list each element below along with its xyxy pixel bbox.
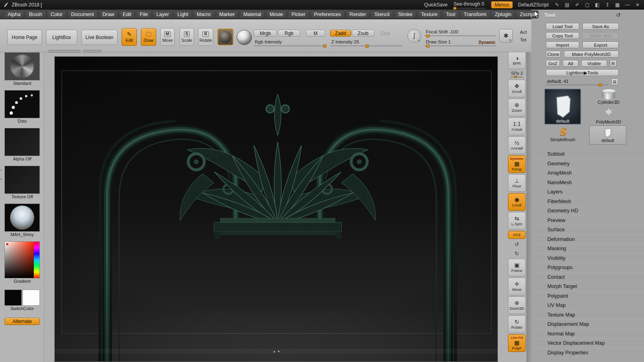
hue-strip[interactable] xyxy=(34,242,39,278)
tray-resize-handle[interactable] xyxy=(83,50,101,53)
tool-section-row[interactable]: Visibility xyxy=(531,254,644,263)
spix-slider[interactable]: SPix 3 xyxy=(508,70,526,78)
tool-section-row[interactable]: Polypaint xyxy=(531,292,644,301)
tool-section-row[interactable]: Normal Map xyxy=(531,329,644,339)
current-texture-thumbnail[interactable] xyxy=(4,166,40,194)
restore-config-icon[interactable]: ↺ xyxy=(616,12,621,18)
goz-all-button[interactable]: All xyxy=(563,60,578,67)
see-through-slider[interactable]: See-through 0 xyxy=(453,1,486,8)
tool-section-row[interactable]: Vector Displacement Map xyxy=(531,339,644,348)
minimize-icon[interactable]: — xyxy=(624,2,631,8)
grid-icon[interactable]: ▦ xyxy=(614,2,621,8)
goz-visible-button[interactable]: Visible xyxy=(581,60,607,67)
material-preview-sphere[interactable] xyxy=(237,30,252,45)
quicksave-button[interactable]: QuickSave xyxy=(424,2,448,8)
tool-section-row[interactable]: ArrayMesh xyxy=(531,169,644,178)
mrgb-button[interactable]: Mrgb xyxy=(254,30,277,37)
tool-panel-header[interactable]: Tool ↺ xyxy=(531,10,644,21)
menu-item[interactable]: Color xyxy=(47,10,66,19)
rgb-button[interactable]: Rgb xyxy=(278,30,300,37)
tray-collapse-icon[interactable]: « xyxy=(0,177,2,181)
right-shelf-button[interactable]: ◉ Local xyxy=(508,193,526,211)
sculpt-viewport[interactable] xyxy=(55,57,497,362)
alpha-picker-button[interactable]: ✱ D xyxy=(499,29,513,43)
menu-item[interactable]: Light xyxy=(174,10,192,19)
right-shelf-button[interactable]: XYZ xyxy=(508,231,526,239)
slider-r-button[interactable]: R xyxy=(611,78,618,85)
right-shelf-button[interactable]: Dynamic ▦ Persp xyxy=(508,155,526,173)
scroll-up-icon[interactable]: ▲ xyxy=(273,350,276,353)
rgb-intensity-handle[interactable] xyxy=(323,45,326,47)
current-material-thumbnail[interactable] xyxy=(4,204,40,232)
stroke-picker-button[interactable]: ∫ s xyxy=(407,29,421,43)
save-as-button[interactable]: Save As xyxy=(582,23,619,30)
tool-section-row[interactable]: Deformation xyxy=(531,235,644,245)
menu-item[interactable]: Texture xyxy=(417,10,441,19)
active-tool-thumbnail[interactable]: default xyxy=(544,88,581,125)
right-shelf-button[interactable]: ▣ Frame xyxy=(508,259,526,276)
make-polymesh3d-button[interactable]: Make PolyMesh3D xyxy=(564,51,619,58)
focal-shift-slider[interactable]: Focal Shift -100 xyxy=(425,29,496,36)
right-shelf-button[interactable]: ½ AAHalf xyxy=(508,136,526,154)
rgb-intensity-slider[interactable]: Rgb Intensity xyxy=(254,39,326,46)
tray-collapse-icon[interactable]: » xyxy=(0,168,2,172)
m-button[interactable]: M xyxy=(306,30,325,37)
menu-item[interactable]: Render xyxy=(346,10,369,19)
edit-button[interactable]: ✎ Edit xyxy=(122,28,137,46)
tool-section-row[interactable]: Subtool xyxy=(531,150,644,159)
focal-shift-handle[interactable] xyxy=(426,35,429,37)
default-tool-slot[interactable]: default xyxy=(589,125,626,145)
menu-item[interactable]: Picker xyxy=(288,10,309,19)
menu-item[interactable]: Alpha xyxy=(4,10,24,19)
menu-item[interactable]: Material xyxy=(239,10,264,19)
right-shelf-button[interactable]: ⊕ Zoom xyxy=(508,99,526,116)
default-zscript-button[interactable]: DefaultZScript xyxy=(518,2,549,8)
right-shelf-button[interactable]: ✛ Move xyxy=(508,278,526,295)
scale-button[interactable]: S Scale xyxy=(180,28,194,46)
right-shelf-button[interactable]: ↻ Rotate xyxy=(508,315,526,333)
tool-section-row[interactable]: Surface xyxy=(531,225,644,235)
close-icon[interactable]: ✕ xyxy=(634,2,641,8)
upload-icon[interactable]: ↥ xyxy=(604,2,611,8)
right-shelf-button[interactable]: ⊕ Zoom3D xyxy=(508,296,526,314)
tool-section-row[interactable]: Geometry xyxy=(531,159,644,169)
zcut-button[interactable]: Zcut xyxy=(377,30,394,37)
current-alpha-thumbnail[interactable] xyxy=(4,128,40,156)
spix-track[interactable] xyxy=(510,76,523,78)
secondary-color-swatch[interactable] xyxy=(23,290,40,306)
pen-icon[interactable]: ✎ xyxy=(554,2,560,8)
bpr-render-button[interactable]: ◑ BPR xyxy=(508,51,526,69)
tool-section-row[interactable]: Display Properties xyxy=(531,348,644,358)
menu-item[interactable]: Document xyxy=(68,10,98,19)
menu-item[interactable]: Marker xyxy=(216,10,239,19)
cylinder3d-tool[interactable]: Cylinder3D xyxy=(589,88,628,105)
canvas-scrollbar[interactable]: ▲ ▼ xyxy=(55,349,498,354)
alternate-button[interactable]: Alternate xyxy=(4,318,40,325)
right-shelf-button[interactable]: ↺ xyxy=(508,240,526,248)
tool-section-row[interactable]: Texture Map xyxy=(531,311,644,320)
current-stroke-thumbnail[interactable] xyxy=(4,90,40,118)
menu-item[interactable]: Layer xyxy=(153,10,172,19)
tool-section-row[interactable]: UV Map xyxy=(531,301,644,311)
menu-item[interactable]: Zplugin xyxy=(491,10,515,19)
right-shelf-button[interactable]: Line Fill ▦ PolyF xyxy=(508,334,526,352)
menu-item[interactable]: Stroke xyxy=(394,10,416,19)
z-intensity-handle[interactable] xyxy=(365,45,369,47)
tool-section-row[interactable]: Geometry HD xyxy=(531,206,644,216)
monitor-icon[interactable]: ▢ xyxy=(584,2,590,8)
panel-divider[interactable] xyxy=(526,10,531,362)
menu-item[interactable]: Stencil xyxy=(371,10,393,19)
move-button[interactable]: M Move xyxy=(160,28,175,46)
menu-item[interactable]: Movie xyxy=(266,10,287,19)
menu-item[interactable]: Tool xyxy=(442,10,459,19)
rotate-button[interactable]: R Rotate xyxy=(198,28,213,46)
draw-button[interactable]: Draw xyxy=(141,28,156,46)
menu-item[interactable]: Draw xyxy=(99,10,118,19)
tool-section-row[interactable]: Polygroups xyxy=(531,263,644,273)
menu-item[interactable]: Transform xyxy=(460,10,490,19)
tool-section-row[interactable]: Contact xyxy=(531,273,644,282)
active-tool-slider[interactable]: default. 41 xyxy=(546,78,609,85)
color-picker[interactable] xyxy=(4,241,40,278)
menu-item[interactable]: File xyxy=(136,10,151,19)
color-marker[interactable] xyxy=(6,243,9,246)
